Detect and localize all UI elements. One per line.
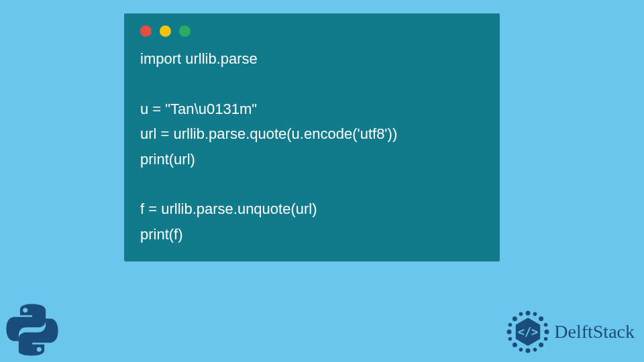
svg-point-9 (533, 312, 537, 316)
code-line: import urllib.parse (140, 50, 258, 67)
svg-point-14 (544, 323, 548, 327)
svg-text:</>: </> (518, 325, 538, 339)
code-line: url = urllib.parse.quote(u.encode('utf8'… (140, 125, 397, 142)
svg-point-10 (519, 348, 523, 352)
maximize-dot-icon (179, 25, 191, 37)
svg-point-7 (539, 343, 543, 347)
svg-point-4 (513, 316, 517, 321)
delftstack-badge-icon: </> (504, 308, 551, 355)
svg-point-5 (539, 316, 543, 321)
svg-point-12 (508, 323, 513, 327)
svg-point-13 (508, 337, 513, 341)
code-window: import urllib.parse u = "Tan\u0131m" url… (124, 13, 500, 261)
delftstack-branding: </> DelftStack (504, 308, 635, 355)
svg-point-2 (507, 330, 512, 335)
svg-point-6 (513, 343, 517, 347)
python-logo-icon (5, 303, 59, 357)
svg-point-15 (544, 337, 548, 341)
code-line: f = urllib.parse.unquote(url) (140, 200, 317, 217)
svg-point-8 (519, 312, 523, 316)
minimize-dot-icon (160, 25, 171, 37)
code-line: u = "Tan\u0131m" (140, 101, 257, 117)
svg-point-11 (533, 348, 537, 352)
code-line: print(url) (140, 151, 195, 168)
window-controls (140, 25, 484, 37)
close-dot-icon (140, 25, 152, 37)
brand-name: DelftStack (554, 321, 635, 343)
svg-point-3 (545, 330, 549, 335)
code-line: print(f) (140, 226, 183, 243)
svg-point-1 (526, 349, 531, 353)
code-block: import urllib.parse u = "Tan\u0131m" url… (140, 46, 484, 247)
svg-point-0 (526, 311, 531, 316)
